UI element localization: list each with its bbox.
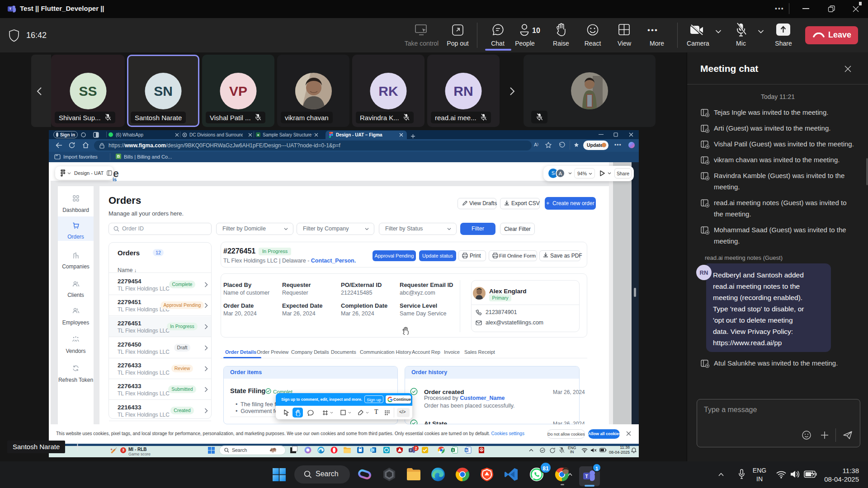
svg-text:T: T (9, 7, 11, 11)
svg-text:A: A (481, 448, 483, 451)
svg-text:T: T (410, 449, 412, 452)
svg-text:X: X (452, 449, 454, 452)
svg-text:T: T (585, 474, 588, 479)
svg-text:W: W (465, 449, 468, 452)
